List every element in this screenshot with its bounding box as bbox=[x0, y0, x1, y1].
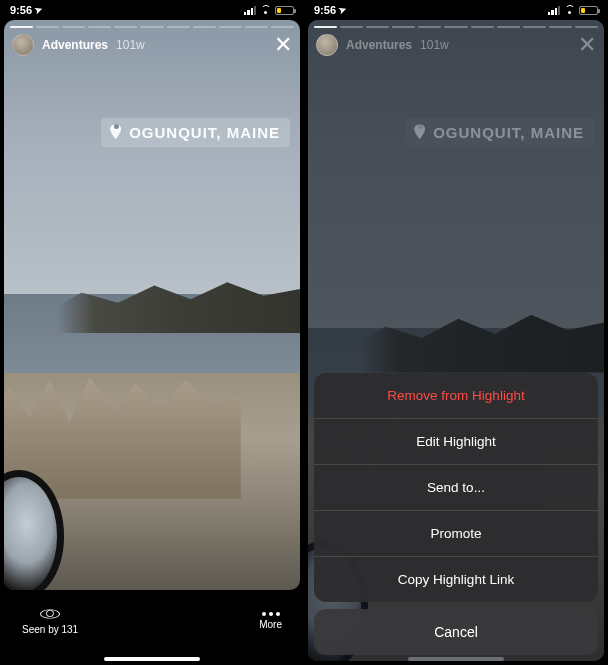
more-button[interactable]: More bbox=[259, 612, 282, 630]
wifi-icon bbox=[563, 5, 576, 15]
status-time: 9:56 bbox=[10, 4, 32, 16]
eye-icon bbox=[40, 609, 60, 618]
sheet-remove-from-highlight[interactable]: Remove from Highlight bbox=[314, 373, 598, 419]
story-age: 101w bbox=[116, 38, 145, 52]
action-sheet: Remove from Highlight Edit Highlight Sen… bbox=[314, 373, 598, 655]
status-bar: 9:56 ➤ bbox=[0, 0, 304, 20]
home-indicator[interactable] bbox=[104, 657, 200, 661]
location-services-icon: ➤ bbox=[34, 4, 45, 16]
highlight-avatar[interactable] bbox=[12, 34, 34, 56]
status-time: 9:56 bbox=[314, 4, 336, 16]
status-bar: 9:56 ➤ bbox=[304, 0, 608, 20]
more-icon bbox=[262, 612, 280, 616]
cellular-signal-icon bbox=[548, 6, 560, 15]
story-footer: Seen by 131 More bbox=[0, 590, 304, 665]
highlight-name[interactable]: Adventures bbox=[42, 38, 108, 52]
sheet-copy-highlight-link[interactable]: Copy Highlight Link bbox=[314, 557, 598, 602]
phone-left: 9:56 ➤ Adventures 101w ✕ OGUNQUIT, MAINE bbox=[0, 0, 304, 665]
story-progress bbox=[10, 26, 294, 28]
highlight-name: Adventures bbox=[346, 38, 412, 52]
battery-icon bbox=[579, 6, 598, 15]
geotag-sticker[interactable]: OGUNQUIT, MAINE bbox=[101, 118, 290, 147]
close-icon: ✕ bbox=[578, 34, 596, 56]
sheet-promote[interactable]: Promote bbox=[314, 511, 598, 557]
battery-icon bbox=[275, 6, 294, 15]
sheet-send-to[interactable]: Send to... bbox=[314, 465, 598, 511]
story-viewer-dimmed: Adventures 101w ✕ OGUNQUIT, MAINE Remove… bbox=[308, 20, 604, 661]
story-progress bbox=[314, 26, 598, 28]
seen-by-label: Seen by 131 bbox=[22, 624, 78, 635]
highlight-avatar bbox=[316, 34, 338, 56]
sheet-cancel-button[interactable]: Cancel bbox=[314, 609, 598, 655]
story-age: 101w bbox=[420, 38, 449, 52]
action-sheet-group: Remove from Highlight Edit Highlight Sen… bbox=[314, 373, 598, 602]
geotag-sticker: OGUNQUIT, MAINE bbox=[405, 118, 594, 147]
sheet-edit-highlight[interactable]: Edit Highlight bbox=[314, 419, 598, 465]
location-services-icon: ➤ bbox=[338, 4, 349, 16]
cellular-signal-icon bbox=[244, 6, 256, 15]
close-icon[interactable]: ✕ bbox=[274, 34, 292, 56]
seen-by-button[interactable]: Seen by 131 bbox=[22, 607, 78, 635]
more-label: More bbox=[259, 619, 282, 630]
story-viewer[interactable]: Adventures 101w ✕ OGUNQUIT, MAINE bbox=[4, 20, 300, 590]
story-header: Adventures 101w ✕ bbox=[316, 34, 596, 56]
wifi-icon bbox=[259, 5, 272, 15]
story-header: Adventures 101w ✕ bbox=[12, 34, 292, 56]
story-bg-sky bbox=[4, 20, 300, 294]
phone-right: 9:56 ➤ Adventures 101w ✕ OGUNQUIT, MAINE… bbox=[304, 0, 608, 665]
